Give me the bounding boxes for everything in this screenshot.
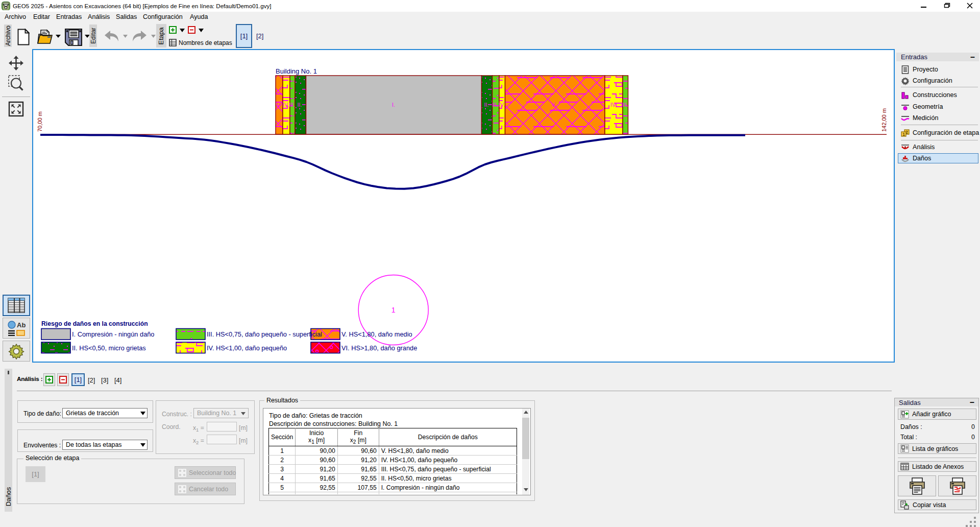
svg-text:V.: V.	[276, 102, 281, 108]
svg-text:142,00 m: 142,00 m	[881, 108, 887, 132]
svg-text:III.: III.	[492, 102, 498, 108]
svg-text:1: 1	[391, 306, 396, 314]
svg-text:70,00 m: 70,00 m	[37, 111, 43, 132]
svg-text:II.: II.	[297, 102, 302, 108]
svg-text:V. HS<1,80, daño medio: V. HS<1,80, daño medio	[341, 330, 412, 338]
svg-text:1: 1	[902, 131, 905, 136]
svg-text:IV.: IV.	[499, 102, 505, 108]
svg-text:III. HS<0,75, daño pequeño -: III. HS<0,75, daño pequeño - superficial	[207, 330, 322, 338]
svg-text:IV. HS<1,00, daño pequeño: IV. HS<1,00, daño pequeño	[207, 344, 287, 352]
svg-text:Building No. 1: Building No. 1	[276, 67, 317, 75]
svg-text:II. HS<0,50, micro grietas: II. HS<0,50, micro grietas	[72, 344, 146, 352]
svg-text:I.: I.	[392, 102, 395, 108]
svg-text:III.: III.	[622, 102, 628, 108]
svg-text:Riesgo de daños en la construc: Riesgo de daños en la construcción	[41, 320, 148, 327]
svg-text:VI. HS>1,80, daño grande: VI. HS>1,80, daño grande	[341, 344, 417, 352]
svg-text:III.: III.	[289, 102, 295, 108]
svg-text:I. Compresión - ningún daño: I. Compresión - ningún daño	[72, 330, 154, 338]
svg-text:IV.: IV.	[283, 102, 289, 108]
svg-text:IV.: IV.	[610, 102, 617, 108]
svg-text:II.: II.	[484, 102, 488, 108]
svg-text:Ab: Ab	[17, 321, 26, 329]
svg-text:V.: V.	[551, 102, 556, 108]
